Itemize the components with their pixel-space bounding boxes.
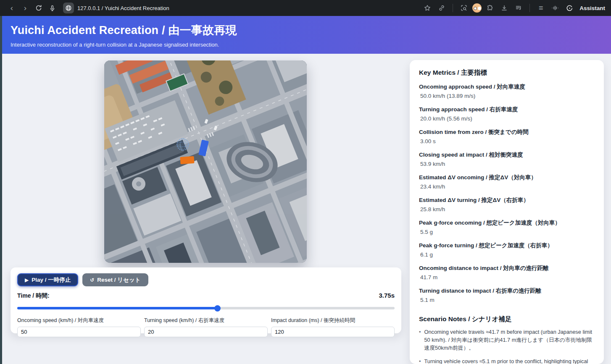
- note-item: • Turning vehicle covers ≈5.1 m prior to…: [419, 357, 595, 364]
- play-button[interactable]: ▶ Play / 一時停止: [17, 273, 78, 286]
- note-text: Turning vehicle covers ≈5.1 m prior to t…: [424, 357, 595, 364]
- media-queue-icon[interactable]: [513, 2, 524, 14]
- note-item: • Oncoming vehicle travels ≈41.7 m befor…: [419, 328, 595, 352]
- metric-row: Estimated ΔV turning / 推定ΔV（右折車） 25.8 km…: [419, 194, 595, 213]
- time-slider-thumb[interactable]: [214, 305, 221, 312]
- metric-label: Estimated ΔV turning / 推定ΔV（右折車）: [419, 194, 595, 204]
- metric-row: Closing speed at impact / 相対衝突速度 53.9 km…: [419, 149, 595, 168]
- time-label: Time / 時間:: [17, 292, 50, 300]
- turning-vehicle-marker: [180, 156, 194, 164]
- metric-row: Collision time from zero / 衝突までの時間 3.00 …: [419, 126, 595, 145]
- bookmark-star-icon[interactable]: [421, 2, 433, 14]
- time-value: 3.75s: [379, 292, 395, 299]
- oncoming-speed-input[interactable]: [17, 327, 141, 337]
- impact-duration-label: Impact duration (ms) / 衝突持続時間: [271, 317, 395, 324]
- metric-label: Estimated ΔV oncoming / 推定ΔV（対向車）: [419, 171, 595, 181]
- metric-row: Turning approach speed / 右折車速度 20.0 km/h…: [419, 103, 595, 123]
- metric-label: Turning approach speed / 右折車速度: [419, 103, 595, 113]
- map-satellite-image: [104, 60, 307, 263]
- metric-row: Oncoming distance to impact / 対向車の進行距離 4…: [419, 262, 595, 281]
- window-left-edge: [0, 16, 2, 364]
- url-text: 127.0.0.1 / Yuichi Accident Recreation: [77, 5, 169, 11]
- metric-value: 23.4 km/h: [419, 181, 595, 191]
- time-slider[interactable]: [17, 305, 395, 311]
- play-icon: ▶: [25, 277, 29, 283]
- reset-icon: ↺: [90, 277, 94, 283]
- bullet-icon: •: [419, 357, 421, 364]
- metric-value: 5.5 g: [419, 227, 595, 236]
- notes-list: • Oncoming vehicle travels ≈41.7 m befor…: [419, 328, 595, 364]
- impact-duration-input[interactable]: [271, 327, 395, 337]
- assistant-label[interactable]: Assistant: [579, 5, 605, 11]
- metric-label: Oncoming approach speed / 対向車速度: [419, 81, 595, 91]
- metric-value: 20.0 km/h (5.56 m/s): [419, 113, 595, 123]
- assistant-logo-icon[interactable]: [564, 2, 575, 14]
- accident-map-canvas[interactable]: [104, 60, 307, 263]
- microphone-icon[interactable]: [46, 2, 58, 14]
- audio-levels-icon[interactable]: [549, 2, 561, 14]
- browser-toolbar: ‹ › 127.0.0.1 / Yuichi Accident Recreati…: [0, 0, 611, 16]
- turning-speed-label: Turning speed (km/h) / 右折車速度: [144, 317, 268, 324]
- metric-value: 3.00 s: [419, 136, 595, 145]
- site-globe-icon: [63, 3, 74, 13]
- page-title: Yuichi Accident Recreation / 由一事故再現: [11, 23, 603, 38]
- metric-row: Oncoming approach speed / 対向車速度 50.0 km/…: [419, 81, 595, 100]
- metric-row: Peak g-force oncoming / 想定ピーク加速度（対向車） 5.…: [419, 217, 595, 236]
- play-button-label: Play / 一時停止: [32, 276, 71, 284]
- notes-heading: Scenario Notes / シナリオ補足: [419, 315, 595, 324]
- turning-speed-input[interactable]: [144, 327, 268, 337]
- metric-value: 53.9 km/h: [419, 159, 595, 168]
- metrics-panel: Key Metrics / 主要指標 Oncoming approach spe…: [410, 60, 604, 364]
- metric-label: Turning distance to impact / 右折車の進行距離: [419, 285, 595, 295]
- reset-button-label: Reset / リセット: [97, 276, 140, 284]
- profile-avatar[interactable]: [472, 3, 482, 13]
- metric-row: Turning distance to impact / 右折車の進行距離 5.…: [419, 285, 595, 304]
- reset-button[interactable]: ↺ Reset / リセット: [82, 273, 148, 286]
- oncoming-speed-label: Oncoming speed (km/h) / 対向車速度: [17, 317, 141, 324]
- address-bar[interactable]: 127.0.0.1 / Yuichi Accident Recreation: [63, 2, 173, 14]
- metric-label: Oncoming distance to impact / 対向車の進行距離: [419, 262, 595, 272]
- scale-marker: [177, 139, 189, 150]
- metrics-heading: Key Metrics / 主要指標: [419, 68, 595, 77]
- copy-link-icon[interactable]: [436, 2, 448, 14]
- simulation-controls: ▶ Play / 一時停止 ↺ Reset / リセット Time / 時間: …: [11, 267, 401, 333]
- reload-icon[interactable]: [33, 2, 45, 14]
- toolbar-divider: [453, 4, 453, 12]
- metric-value: 25.8 km/h: [419, 204, 595, 213]
- metric-label: Collision time from zero / 衝突までの時間: [419, 126, 595, 136]
- metric-row: Peak g-force turning / 想定ピーク加速度（右折車） 6.1…: [419, 239, 595, 259]
- metric-label: Closing speed at impact / 相対衝突速度: [419, 149, 595, 159]
- page-subtitle: Interactive reconstruction of a right-tu…: [11, 42, 603, 48]
- menu-icon[interactable]: ≡: [535, 2, 547, 14]
- toolbar-divider: [529, 4, 530, 12]
- back-icon[interactable]: ‹: [6, 2, 18, 14]
- metric-value: 50.0 km/h (13.89 m/s): [419, 91, 595, 100]
- metric-label: Peak g-force turning / 想定ピーク加速度（右折車）: [419, 239, 595, 249]
- extensions-icon[interactable]: [484, 2, 496, 14]
- metric-label: Peak g-force oncoming / 想定ピーク加速度（対向車）: [419, 217, 595, 227]
- metric-value: 41.7 m: [419, 272, 595, 281]
- metric-row: Estimated ΔV oncoming / 推定ΔV（対向車） 23.4 k…: [419, 171, 595, 191]
- downloads-icon[interactable]: [498, 2, 510, 14]
- metric-value: 5.1 m: [419, 295, 595, 304]
- note-text: Oncoming vehicle travels ≈41.7 m before …: [424, 328, 595, 352]
- metric-value: 6.1 g: [419, 249, 595, 259]
- bullet-icon: •: [419, 328, 421, 352]
- page-header: Yuichi Accident Recreation / 由一事故再現 Inte…: [2, 16, 611, 54]
- screenshot-search-icon[interactable]: [458, 2, 470, 14]
- forward-icon[interactable]: ›: [19, 2, 31, 14]
- time-slider-fill: [17, 307, 217, 309]
